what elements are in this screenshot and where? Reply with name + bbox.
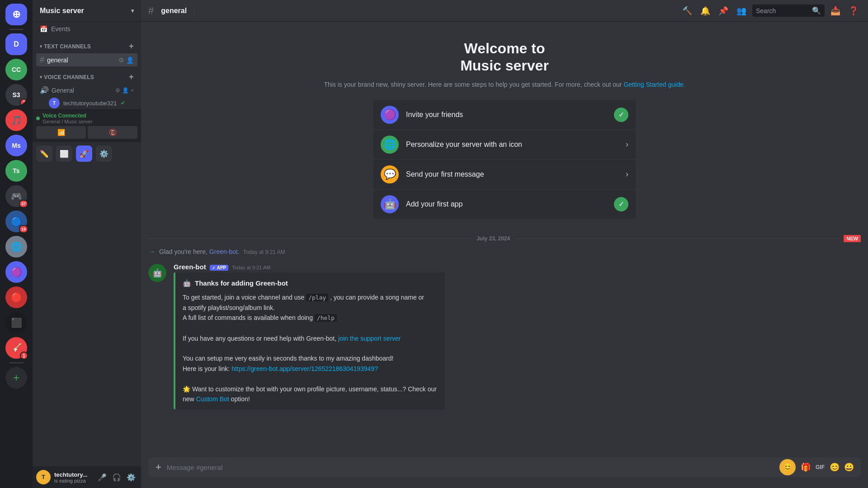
voice-channel-general[interactable]: 🔊 General ⚙ 👤 + — [36, 84, 137, 96]
action-rocket-button[interactable]: 🚀 — [76, 145, 92, 162]
custom-bot-link[interactable]: Custom Bot — [196, 395, 229, 403]
gs-card-personalize-label: Personalize your server with an icon — [406, 141, 618, 149]
voice-channels-header[interactable]: ▾ VOICE CHANNELS + — [36, 70, 137, 84]
chat-content[interactable]: Welcome to Music server This is your bra… — [141, 22, 868, 457]
gs-card-first-message[interactable]: 💬 Send your first message › — [373, 160, 636, 189]
gs-card-invite-icon: 🟣 — [381, 106, 399, 124]
mic-button[interactable]: 🎤 — [96, 471, 108, 483]
bot-message-box: 🤖 Thanks for adding Green-bot To get sta… — [174, 272, 445, 409]
gs-card-personalize[interactable]: 🌐 Personalize your server with an icon › — [373, 130, 636, 159]
gs-card-invite[interactable]: 🟣 Invite your friends ✓ — [373, 100, 636, 129]
text-channels-header[interactable]: ▾ TEXT CHANNELS + — [36, 40, 137, 53]
add-server-button[interactable]: + — [5, 367, 27, 389]
user-panel: T techtutory... is eating pizza 🎤 🎧 ⚙️ — [33, 466, 141, 488]
voice-invite-icon[interactable]: 👤 — [122, 87, 129, 94]
voice-connected-status: Voice Connected General / Music server — [36, 113, 137, 124]
voice-settings-icon[interactable]: ⚙ — [115, 87, 120, 94]
channel-hash-icon: # — [40, 55, 44, 65]
search-placeholder: Search — [756, 7, 808, 14]
gif-icon-button[interactable]: GIF — [814, 461, 826, 474]
getting-started-link[interactable]: Getting Started guide. — [623, 81, 685, 88]
text-channels-label: TEXT CHANNELS — [44, 43, 91, 50]
voice-channels-section: ▾ VOICE CHANNELS + 🔊 General ⚙ 👤 + T tec… — [33, 67, 141, 109]
server-dropdown-arrow: ▾ — [131, 8, 134, 14]
server-icon-ms[interactable]: Ms — [5, 135, 27, 156]
action-settings-button[interactable]: ⚙️ — [96, 145, 112, 162]
server-icon-s9[interactable]: 🌐 — [5, 236, 27, 258]
server-icon-s10[interactable]: 🟣 — [5, 261, 27, 283]
green-bot-message-group: 🤖 Green-bot ✓ APP Today at 9:21 AM 🤖 Tha… — [141, 261, 868, 412]
server-icon-s7[interactable]: 🎮 37 — [5, 185, 27, 207]
channel-item-general[interactable]: # general ⚙ 👤 — [36, 53, 137, 66]
voice-connected-channel: General / Music server — [42, 119, 93, 124]
add-voice-channel-button[interactable]: + — [129, 72, 134, 82]
voice-hangup-button[interactable]: 📵 — [88, 126, 137, 139]
voice-channel-action-icons: ⚙ 👤 + — [115, 87, 134, 94]
voice-connected-dot — [36, 117, 40, 120]
checkmark-icon: ✓ — [212, 266, 216, 270]
server-icon-main[interactable]: D — [5, 33, 27, 55]
message-add-button[interactable]: + — [154, 460, 163, 475]
server-icon-s8[interactable]: 🔵 16 — [5, 211, 27, 232]
message-input-area: + 😊 🎁 GIF 😊 😀 — [141, 457, 868, 488]
system-message-text: Glad you're here, Green-bot. Today at 9:… — [159, 248, 285, 255]
gs-card-first-message-label: Send your first message — [406, 170, 618, 178]
search-bar[interactable]: Search 🔍 — [752, 5, 825, 17]
events-item[interactable]: 📅 Events — [33, 22, 141, 36]
server-icon-ts[interactable]: Ts — [5, 160, 27, 182]
voice-user-name: techtutoryoutube321 — [63, 100, 117, 107]
hammer-icon-button[interactable]: 🔨 — [680, 4, 694, 18]
server-icon-s4[interactable]: 🎵 — [5, 109, 27, 131]
server-icon-s11[interactable]: 🔴 — [5, 286, 27, 308]
inbox-icon-button[interactable]: 📥 — [828, 4, 843, 18]
voice-signal-button[interactable]: 📶 — [36, 126, 86, 139]
channel-name-general: general — [47, 56, 116, 64]
gs-card-first-app-icon: 🤖 — [381, 195, 399, 213]
help-icon-button[interactable]: ❓ — [846, 4, 861, 18]
headphone-button[interactable]: 🎧 — [110, 471, 123, 483]
play-command: /play — [306, 294, 328, 301]
server-icon-s13[interactable]: 🎸 1 — [5, 337, 27, 359]
discord-home-button[interactable]: ⊕ — [5, 4, 27, 25]
date-divider-new-badge: NEW — [844, 235, 861, 242]
system-arrow-icon: → — [148, 248, 156, 256]
channel-invite-icon[interactable]: 👤 — [126, 56, 134, 64]
green-bot-avatar: 🤖 — [148, 264, 166, 282]
add-text-channel-button[interactable]: + — [129, 42, 134, 51]
server-icon-cc[interactable]: CC — [5, 59, 27, 80]
dashboard-link[interactable]: https://green-bot.app/server/12652218630… — [231, 365, 378, 372]
user-settings-button[interactable]: ⚙️ — [125, 471, 137, 483]
support-server-link[interactable]: join the support server — [338, 335, 401, 342]
user-controls: 🎤 🎧 ⚙️ — [96, 471, 137, 483]
emoji-icon-button[interactable]: 😀 — [843, 461, 855, 474]
bell-icon-button[interactable]: 🔔 — [698, 4, 712, 18]
sticker-icon-button[interactable]: 😊 — [828, 461, 841, 474]
yellow-emoji-button[interactable]: 😊 — [779, 459, 796, 475]
text-channels-section: ▾ TEXT CHANNELS + # general ⚙ 👤 — [33, 36, 141, 67]
bot-message-title-emoji: 🤖 — [183, 278, 191, 289]
channel-settings-icon[interactable]: ⚙ — [118, 56, 124, 64]
message-header: Green-bot ✓ APP Today at 9:21 AM — [174, 263, 861, 271]
gs-card-first-app[interactable]: 🤖 Add your first app ✓ — [373, 190, 636, 219]
channel-header-name: general — [161, 7, 187, 15]
user-avatar: T — [36, 470, 51, 484]
server-icon-s12[interactable]: ⬛ — [5, 312, 27, 333]
welcome-subtitle: This is your brand new, shiny server. He… — [168, 80, 841, 89]
server-header[interactable]: Music server ▾ — [33, 0, 141, 22]
voice-add-icon[interactable]: + — [131, 87, 134, 94]
server-icon-s3[interactable]: S3 2 — [5, 84, 27, 106]
date-divider-line-right — [515, 238, 838, 239]
action-edit-button[interactable]: ✏️ — [36, 145, 52, 162]
voice-user-item[interactable]: T techtutoryoutube321 ✔ — [36, 97, 137, 109]
gs-card-personalize-arrow: › — [626, 140, 628, 149]
system-message: → Glad you're here, Green-bot. Today at … — [141, 246, 868, 258]
action-box-button[interactable]: ⬜ — [56, 145, 72, 162]
pin-icon-button[interactable]: 📌 — [716, 4, 731, 18]
top-bar-icons: 🔨 🔔 📌 👥 Search 🔍 📥 ❓ — [680, 4, 861, 18]
message-input-box: + 😊 🎁 GIF 😊 😀 — [148, 457, 861, 477]
members-icon-button[interactable]: 👥 — [734, 4, 749, 18]
action-toolbar: ✏️ ⬜ 🚀 ⚙️ — [33, 141, 141, 165]
gs-card-invite-check: ✓ — [614, 108, 628, 122]
gift-icon-button[interactable]: 🎁 — [799, 461, 812, 474]
message-input-field[interactable] — [167, 459, 776, 476]
